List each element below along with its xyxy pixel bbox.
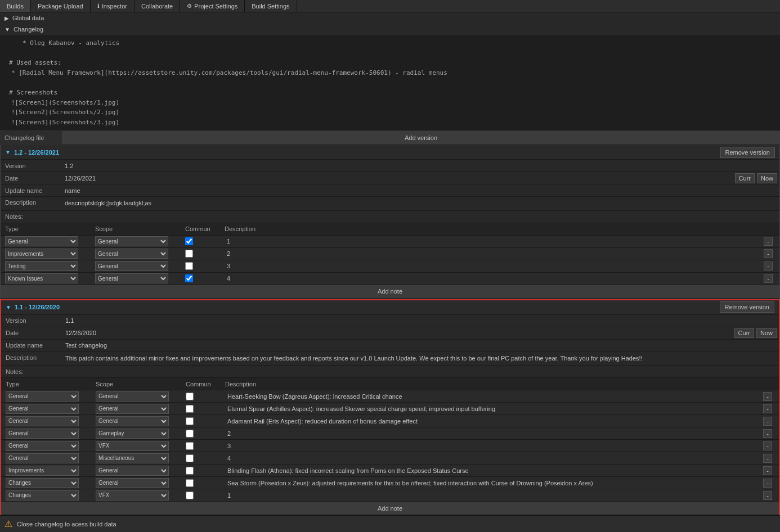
note-type-1-1-2[interactable]: GeneralImprovementsChanges — [6, 416, 79, 426]
note-scope-1-1-8[interactable]: GeneralGameplayVFX — [96, 490, 169, 501]
note-scope-1-1-5[interactable]: GeneralGameplayVFXMiscellaneous — [96, 453, 169, 463]
now-btn-1-2[interactable]: Now — [757, 173, 777, 183]
notes-col-commun-1-1: Commun — [186, 381, 225, 387]
tab-package-upload-label: Package Upload — [38, 3, 83, 10]
note-remove-btn-1-2-3[interactable]: - — [764, 274, 773, 283]
description-value-1-2: descrioptsldgkl;[sdgk;lasdgkl;as — [62, 198, 779, 209]
note-commun-1-1-7[interactable] — [186, 479, 194, 487]
note-remove-btn-1-1-2[interactable]: - — [763, 417, 772, 426]
note-desc-1-2-3: 4 — [225, 275, 764, 282]
note-scope-select-1-2-0[interactable]: General Gameplay VFX Miscellaneous — [95, 236, 168, 246]
remove-version-btn-1-1[interactable]: Remove version — [720, 301, 774, 313]
note-desc-1-1-7: Sea Storm (Poseidon x Zeus): adjusted re… — [225, 480, 763, 486]
note-scope-select-1-2-3[interactable]: General — [95, 273, 168, 283]
note-scope-select-1-2-1[interactable]: General — [95, 249, 168, 259]
note-remove-btn-1-1-3[interactable]: - — [763, 429, 772, 438]
remove-version-btn-1-2[interactable]: Remove version — [720, 147, 775, 158]
note-scope-1-1-1[interactable]: General — [96, 404, 169, 414]
note-commun-check-1-2-1[interactable] — [185, 250, 193, 258]
tab-build-settings[interactable]: Build Settings — [245, 0, 297, 12]
note-row-1-1-7: GeneralImprovementsChanges General Sea S… — [1, 477, 779, 489]
note-scope-1-1-2[interactable]: General — [96, 416, 169, 426]
note-type-1-1-6[interactable]: GeneralImprovementsChanges — [6, 466, 79, 476]
tab-builds[interactable]: Builds — [0, 0, 31, 12]
note-commun-1-1-6[interactable] — [186, 467, 194, 475]
note-commun-1-1-8[interactable] — [186, 492, 194, 499]
version-title-1-2: ▼ 1.2 - 12/26/2021 — [5, 149, 59, 156]
note-commun-1-1-1[interactable] — [186, 405, 194, 413]
note-remove-btn-1-1-5[interactable]: - — [763, 454, 772, 463]
note-type-select-1-2-1[interactable]: General Improvements Testing Known Issue… — [5, 249, 78, 259]
note-remove-btn-1-1-0[interactable]: - — [763, 392, 772, 401]
changelog-line6: # Screenshots — [9, 88, 771, 98]
tab-package-upload[interactable]: Package Upload — [31, 0, 91, 12]
note-remove-btn-1-2-1[interactable]: - — [764, 249, 773, 258]
note-commun-1-1-2[interactable] — [186, 417, 194, 425]
add-note-btn-1-2[interactable]: Add note — [1, 285, 779, 298]
note-scope-1-1-3[interactable]: GeneralGameplayVFX — [96, 429, 169, 439]
notes-col-desc-1-2: Description — [225, 226, 764, 232]
note-type-select-1-2-2[interactable]: General Improvements Testing Known Issue… — [5, 261, 78, 271]
now-btn-1-1[interactable]: Now — [756, 328, 777, 338]
note-remove-btn-1-2-0[interactable]: - — [764, 237, 773, 246]
notes-col-desc-1-1: Description — [225, 381, 763, 387]
note-remove-btn-1-2-2[interactable]: - — [764, 262, 773, 270]
note-row-1-1-5: GeneralImprovementsChanges GeneralGamepl… — [1, 452, 779, 465]
note-row-1-1-0: GeneralImprovementsChanges GeneralGamepl… — [1, 390, 779, 403]
note-commun-1-1-0[interactable] — [186, 393, 194, 400]
note-commun-1-1-4[interactable] — [186, 442, 194, 450]
note-commun-check-1-2-3[interactable] — [185, 274, 193, 282]
note-type-select-1-2-0[interactable]: General Improvements Testing Known Issue… — [5, 236, 78, 246]
tab-project-settings[interactable]: ⚙ Project Settings — [180, 0, 245, 12]
note-scope-select-1-2-2[interactable]: General — [95, 261, 168, 271]
note-scope-select-container-1-2-3: General — [95, 273, 185, 283]
update-name-value-1-2: name — [62, 187, 779, 194]
note-type-1-1-1[interactable]: GeneralImprovementsChanges — [6, 404, 79, 414]
tab-collaborate[interactable]: Collaborate — [135, 0, 180, 12]
note-commun-1-1-3[interactable] — [186, 430, 194, 438]
note-commun-1-1-5[interactable] — [186, 454, 194, 462]
note-scope-1-1-4[interactable]: GeneralGameplayVFX — [96, 441, 169, 451]
note-desc-1-1-2: Adamant Rail (Eris Aspect): reduced dura… — [225, 418, 763, 425]
note-scope-select-container-1-2-2: General — [95, 261, 185, 271]
changelog-label: Changelog — [14, 26, 43, 33]
version-title-1-1: ▼ 1.1 - 12/26/2020 — [6, 304, 60, 310]
note-commun-check-1-2-0[interactable] — [185, 237, 193, 245]
note-remove-btn-1-1-6[interactable]: - — [763, 466, 772, 475]
note-type-1-1-3[interactable]: GeneralImprovementsChanges — [6, 429, 79, 439]
version-header-1-1: ▼ 1.1 - 12/26/2020 Remove version — [1, 300, 779, 315]
add-note-row-1-2: Add note — [1, 285, 779, 299]
add-note-btn-1-1[interactable]: Add note — [1, 502, 779, 515]
note-remove-btn-1-1-8[interactable]: - — [763, 491, 772, 500]
update-name-label-1-1: Update name — [1, 342, 63, 349]
changelog-header[interactable]: ▼ Changelog — [0, 24, 780, 35]
note-scope-1-1-7[interactable]: General — [96, 478, 169, 488]
note-type-1-1-8[interactable]: GeneralImprovementsChanges — [6, 490, 79, 501]
note-scope-1-1-0[interactable]: GeneralGameplayVFX — [96, 391, 169, 402]
chevron-down-icon-v1-2: ▼ — [5, 149, 11, 155]
note-remove-btn-1-1-4[interactable]: - — [763, 441, 772, 450]
changelog-line4: * [Radial Menu Framework](https://assets… — [11, 68, 771, 78]
status-bar: ⚠ Close changelog to acess build data — [0, 515, 780, 532]
note-commun-check-1-2-2[interactable] — [185, 262, 193, 270]
note-remove-btn-1-1-7[interactable]: - — [763, 479, 772, 488]
global-data-header[interactable]: ▶ Global data — [0, 12, 780, 24]
note-scope-1-1-6[interactable]: General — [96, 466, 169, 476]
tab-inspector[interactable]: ℹ Inspector — [91, 0, 135, 12]
note-type-1-1-5[interactable]: GeneralImprovementsChanges — [6, 453, 79, 463]
note-type-1-1-0[interactable]: GeneralImprovementsChanges — [6, 391, 79, 402]
note-type-1-1-4[interactable]: GeneralImprovementsChanges — [6, 441, 79, 451]
note-type-select-1-2-3[interactable]: General Improvements Testing Known Issue… — [5, 273, 78, 283]
note-desc-1-1-4: 3 — [225, 443, 763, 449]
note-row-1-2-2: General Improvements Testing Known Issue… — [1, 260, 779, 273]
curr-btn-1-1[interactable]: Curr — [734, 328, 754, 338]
note-desc-1-1-6: Blinding Flash (Athena): fixed incorrect… — [225, 467, 763, 474]
curr-btn-1-2[interactable]: Curr — [735, 173, 755, 183]
note-desc-1-2-1: 2 — [225, 250, 764, 257]
note-desc-1-1-8: 1 — [225, 492, 763, 499]
update-name-value-1-1: Test changelog — [63, 342, 779, 349]
changelog-text-area: * Oleg Kabanov - analytics # Used assets… — [0, 35, 780, 131]
add-version-button[interactable]: Add version — [62, 131, 780, 144]
note-remove-btn-1-1-1[interactable]: - — [763, 404, 772, 413]
note-type-1-1-7[interactable]: GeneralImprovementsChanges — [6, 478, 79, 488]
